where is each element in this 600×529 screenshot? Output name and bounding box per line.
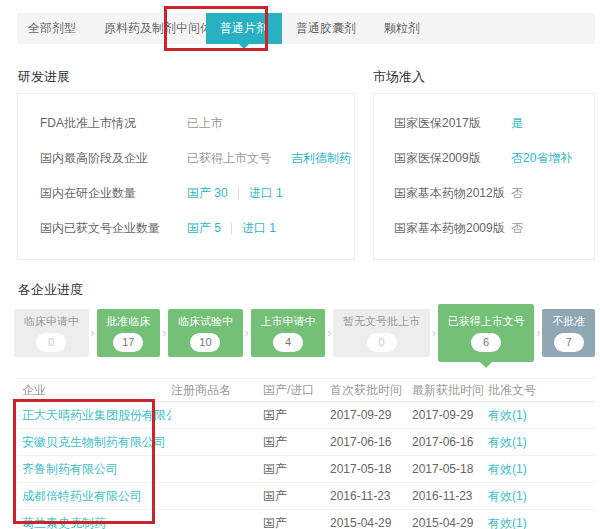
value-fda-approval-status-0: 已上市 xyxy=(187,115,223,132)
label-nrdl-2017: 国家医保2017版 xyxy=(394,115,511,132)
value-domestic-licensed-companies-0[interactable]: 国产 5 xyxy=(187,220,221,237)
latest-approval-date-cell: 2017-09-29 xyxy=(412,408,488,422)
company-link[interactable]: 安徽贝克生物制药有限公司 xyxy=(17,434,171,451)
row-edl-2012: 国家基本药物2012版否 xyxy=(394,176,586,211)
company-progress-pipeline: 临床申请中0›批准临床17›临床试验中10›上市申请中4›暂无文号批上市0›已获… xyxy=(14,302,595,364)
column-header-5: 批准文号 xyxy=(488,382,595,399)
label-domestic-companies-in-rd: 国内在研企业数量 xyxy=(40,185,187,202)
value-domestic-companies-in-rd-0[interactable]: 国产 30 xyxy=(187,185,228,202)
tab-plain-tablets[interactable]: 普通片剂 xyxy=(206,13,282,44)
value-edl-2009: 否 xyxy=(511,220,523,237)
stage-marketing-application-count: 4 xyxy=(273,333,303,352)
license-status-link[interactable]: 有效(1) xyxy=(488,515,595,529)
stage-clinical-application[interactable]: 临床申请中0 xyxy=(14,309,89,357)
value-nrdl-2009[interactable]: 否20省增补 xyxy=(511,150,572,167)
first-approval-date-cell: 2015-04-29 xyxy=(330,516,412,529)
company-link[interactable]: 齐鲁制药有限公司 xyxy=(17,461,171,478)
label-domestic-highest-stage: 国内最高阶段及企业 xyxy=(40,150,187,167)
origin-cell: 国产 xyxy=(263,515,330,529)
latest-approval-date-cell: 2017-06-16 xyxy=(412,435,488,449)
stage-license-obtained-count: 6 xyxy=(471,333,501,352)
chevron-right-icon: › xyxy=(430,309,438,357)
stage-marketing-application[interactable]: 上市申请中4 xyxy=(251,309,326,357)
first-approval-date-cell: 2017-09-29 xyxy=(330,408,412,422)
value-domestic-highest-stage-0: 已获得上市文号 xyxy=(187,150,271,167)
first-approval-date-cell: 2016-11-23 xyxy=(330,489,412,503)
tab-all-dosage-forms[interactable]: 全部剂型 xyxy=(17,13,90,44)
stage-clinical-trial-label: 临床试验中 xyxy=(178,314,233,329)
label-domestic-licensed-companies: 国内已获文号企业数量 xyxy=(40,220,187,237)
table-row: 葛兰素史克制药国产2015-04-292015-04-29有效(1) xyxy=(17,510,595,529)
value-domestic-licensed-companies-1[interactable]: 进口 1 xyxy=(242,220,276,237)
stage-not-approved-count: 7 xyxy=(554,333,584,352)
origin-cell: 国产 xyxy=(263,488,330,505)
row-nrdl-2017: 国家医保2017版是 xyxy=(394,106,586,141)
value-divider xyxy=(231,223,232,235)
license-status-link[interactable]: 有效(1) xyxy=(488,407,595,424)
stage-no-license-approved[interactable]: 暂无文号批上市0 xyxy=(333,309,430,357)
table-row: 正大天晴药业集团股份有限公司国产2017-09-292017-09-29有效(1… xyxy=(17,402,595,429)
approval-table-header: 企业注册商品名国产/进口首次获批时间最新获批时间批准文号 xyxy=(17,378,595,402)
stage-license-obtained[interactable]: 已获得上市文号6 xyxy=(438,304,535,362)
dosage-form-tabbar: 全部剂型原料药及制剂中间体普通片剂普通胶囊剂颗粒剂 xyxy=(17,13,595,44)
company-progress-title: 各企业进度 xyxy=(18,281,83,299)
column-header-1: 注册商品名 xyxy=(171,382,263,399)
stage-not-approved-label: 不批准 xyxy=(552,314,585,329)
stage-clinical-application-label: 临床申请中 xyxy=(24,314,79,329)
stage-clinical-approved-label: 批准临床 xyxy=(106,314,150,329)
stage-clinical-approved[interactable]: 批准临床17 xyxy=(97,309,161,357)
table-row: 成都倍特药业有限公司国产2016-11-232016-11-23有效(1) xyxy=(17,483,595,510)
value-nrdl-2017[interactable]: 是 xyxy=(511,115,523,132)
table-row: 齐鲁制药有限公司国产2017-05-182017-05-18有效(1) xyxy=(17,456,595,483)
stage-no-license-approved-count: 0 xyxy=(367,333,397,352)
column-header-2: 国产/进口 xyxy=(263,382,330,399)
row-edl-2009: 国家基本药物2009版否 xyxy=(394,211,586,246)
tab-plain-capsules[interactable]: 普通胶囊剂 xyxy=(282,13,370,44)
label-edl-2012: 国家基本药物2012版 xyxy=(394,185,511,202)
tab-granules[interactable]: 颗粒剂 xyxy=(370,13,434,44)
latest-approval-date-cell: 2016-11-23 xyxy=(412,489,488,503)
stage-no-license-approved-label: 暂无文号批上市 xyxy=(343,314,420,329)
company-link[interactable]: 葛兰素史克制药 xyxy=(17,515,171,529)
drug-detail-page: 全部剂型原料药及制剂中间体普通片剂普通胶囊剂颗粒剂 研发进展 FDA批准上市情况… xyxy=(0,0,600,529)
origin-cell: 国产 xyxy=(263,434,330,451)
stage-clinical-trial-count: 10 xyxy=(190,333,220,352)
chevron-right-icon: › xyxy=(243,309,251,357)
row-fda-approval-status: FDA批准上市情况已上市 xyxy=(40,106,346,141)
company-link[interactable]: 成都倍特药业有限公司 xyxy=(17,488,171,505)
chevron-right-icon: › xyxy=(325,309,333,357)
column-header-3: 首次获批时间 xyxy=(330,382,412,399)
chevron-right-icon: › xyxy=(534,309,542,357)
license-status-link[interactable]: 有效(1) xyxy=(488,488,595,505)
value-domestic-highest-stage-1[interactable]: 吉利德制药 xyxy=(291,150,351,167)
company-link[interactable]: 正大天晴药业集团股份有限公司 xyxy=(17,407,171,424)
row-nrdl-2009: 国家医保2009版否20省增补 xyxy=(394,141,586,176)
market-access-title: 市场准入 xyxy=(373,68,425,86)
row-domestic-licensed-companies: 国内已获文号企业数量国产 5进口 1 xyxy=(40,211,346,246)
approval-table-body: 正大天晴药业集团股份有限公司国产2017-09-292017-09-29有效(1… xyxy=(17,402,595,529)
rd-progress-panel: FDA批准上市情况已上市国内最高阶段及企业已获得上市文号吉利德制药国内在研企业数… xyxy=(17,93,355,260)
label-nrdl-2009: 国家医保2009版 xyxy=(394,150,511,167)
approval-table: 企业注册商品名国产/进口首次获批时间最新获批时间批准文号 正大天晴药业集团股份有… xyxy=(17,378,595,529)
column-header-4: 最新获批时间 xyxy=(412,382,488,399)
label-edl-2009: 国家基本药物2009版 xyxy=(394,220,511,237)
first-approval-date-cell: 2017-05-18 xyxy=(330,462,412,476)
stage-clinical-approved-count: 17 xyxy=(113,333,143,352)
stage-license-obtained-label: 已获得上市文号 xyxy=(448,314,525,329)
table-row: 安徽贝克生物制药有限公司国产2017-06-162017-06-16有效(1) xyxy=(17,429,595,456)
origin-cell: 国产 xyxy=(263,407,330,424)
license-status-link[interactable]: 有效(1) xyxy=(488,434,595,451)
first-approval-date-cell: 2017-06-16 xyxy=(330,435,412,449)
column-header-0: 企业 xyxy=(17,382,171,399)
value-domestic-companies-in-rd-1[interactable]: 进口 1 xyxy=(249,185,283,202)
rd-progress-title: 研发进展 xyxy=(18,68,70,86)
stage-clinical-application-count: 0 xyxy=(36,333,66,352)
license-status-link[interactable]: 有效(1) xyxy=(488,461,595,478)
value-divider xyxy=(238,188,239,200)
market-access-panel: 国家医保2017版是国家医保2009版否20省增补国家基本药物2012版否国家基… xyxy=(373,93,595,260)
row-domestic-highest-stage: 国内最高阶段及企业已获得上市文号吉利德制药 xyxy=(40,141,346,176)
chevron-right-icon: › xyxy=(160,309,168,357)
stage-clinical-trial[interactable]: 临床试验中10 xyxy=(168,309,243,357)
latest-approval-date-cell: 2015-04-29 xyxy=(412,516,488,529)
stage-not-approved[interactable]: 不批准7 xyxy=(542,309,595,357)
